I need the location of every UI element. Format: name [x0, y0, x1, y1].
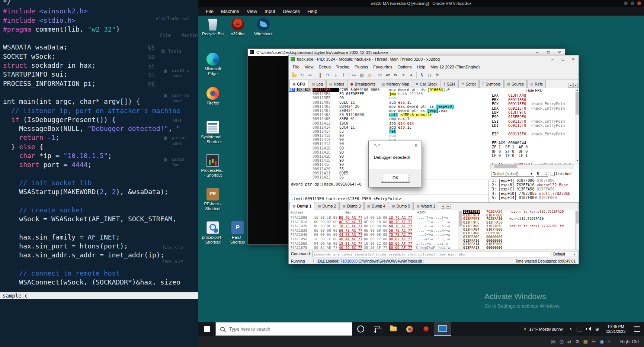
weather-widget[interactable]: ☀ 17°F Mostly sunny [519, 322, 567, 336]
registers-panel[interactable]: Hide FPU EAX013FFA48EBX00911360ECX009113… [490, 88, 579, 202]
stack-row[interactable]: 013FF9F8762EFA10kernel32.762EFA10 [462, 217, 579, 221]
stack-row[interactable]: 013FFA08CE55E9DF [462, 232, 579, 235]
x32dbg-taskbar-button[interactable] [418, 322, 434, 336]
hide-fpu-button[interactable]: Hide FPU [490, 88, 579, 93]
toolbar-button-11[interactable]: ▨ [366, 71, 374, 79]
close-button[interactable] [637, 1, 641, 5]
tab-scroll-right-icon[interactable]: ▸ [573, 83, 578, 88]
dump-row[interactable]: 77AC10200C 00 0E 0078 7E AC 7706 00 08 0… [289, 224, 458, 228]
x32dbg-menu-tracing[interactable]: Tracing [333, 64, 352, 70]
dialog-close-icon[interactable]: ✕ [410, 141, 422, 150]
tab-watch-1[interactable]: ▦Watch 1 [413, 202, 438, 210]
toolbar-button-5[interactable]: ↷ [324, 71, 332, 79]
toolbar-button-10[interactable]: ▤ [358, 71, 366, 79]
minimize-button[interactable] [624, 1, 628, 5]
stack-row[interactable]: 013FFA0077B27B5Ereturn to ntdll.77B27B5E… [462, 225, 579, 228]
maximize-button[interactable]: □ [543, 50, 554, 54]
desktop-icon-x32dbg[interactable]: x32dbg [223, 18, 252, 36]
tab-dump-2[interactable]: ▦Dump 2 [315, 202, 339, 210]
code-area[interactable]: */#include <winsock2.h>#include <stdio.h… [3, 0, 198, 287]
vbox-menu-help[interactable]: Help [304, 8, 321, 15]
vbox-menu-devices[interactable]: Devices [279, 8, 304, 15]
tab-refe[interactable]: ◎Refe [527, 80, 546, 88]
disasm-row[interactable]: ·009113FF90nop [289, 96, 489, 100]
registers-scrollbar[interactable]: ▲ ▼ [575, 88, 579, 164]
action-center-button[interactable] [630, 322, 644, 336]
tab-symbols[interactable]: ΣSymbols [479, 80, 504, 88]
x32dbg-menu-favourites[interactable]: Favourites [371, 64, 395, 70]
cortana-button[interactable] [352, 322, 369, 336]
vbox-menu-file[interactable]: File [202, 8, 217, 15]
x32dbg-menu-help[interactable]: Help [414, 64, 428, 70]
desktop-icon-sysint[interactable]: Sysinternal...- Shortcut [198, 121, 227, 144]
scroll-thumb[interactable] [576, 211, 579, 224]
toolbar-button-4[interactable]: ∥ [316, 71, 324, 79]
minimize-button[interactable]: – [547, 57, 558, 62]
toolbar-button-17[interactable]: A [407, 71, 415, 79]
taskbar-clock[interactable]: 10:45 PM 12/31/2023 [602, 322, 630, 336]
display-tray-icon[interactable] [575, 322, 584, 336]
x32dbg-menu-file[interactable]: File [290, 64, 302, 70]
disasm-row[interactable]: EIPECXEDX009113F0C705 64609100 0000mov d… [289, 88, 489, 92]
firefox-button[interactable] [401, 322, 418, 336]
tab-scroll-left-icon[interactable]: ◂ [568, 83, 573, 88]
disasm-row[interactable]: ·0091141890nop [289, 134, 489, 138]
tab-dump-1[interactable]: ▦Dump 1 [289, 202, 314, 210]
toolbar-button-1[interactable]: ↻ [298, 71, 306, 79]
dump-row[interactable]: 77AC101000 00 02 000C 5E AC 770E 00 10 0… [289, 220, 458, 224]
stack-row[interactable]: 013FFA140107F000 [462, 242, 579, 246]
x32dbg-menu-debug[interactable]: Debug [316, 64, 333, 70]
dump-row[interactable]: 77AC106084 00 A6 0018 81 AC 7710 00 12 0… [289, 241, 458, 246]
x32dbg-menu-may-12-2023-titanengine-[interactable]: May 12 2023 (TitanEngine) [428, 64, 482, 70]
desktop-icon-wireshark[interactable]: Wireshark [249, 18, 278, 36]
desktop-icon-edge[interactable]: MicrosoftEdge [198, 53, 227, 76]
disasm-row[interactable]: ·0091141219C0sbb eax,eax [289, 121, 489, 125]
toolbar-button-20[interactable]: ◎ [426, 71, 433, 79]
close-button[interactable]: ✕ [568, 57, 579, 62]
disasm-row[interactable]: ·0091140F83F8 01cmp eax,1 [289, 117, 489, 121]
vbox-menu-machine[interactable]: Machine [217, 8, 243, 15]
disasm-row[interactable]: ·009114038B4424 20mov eax,dword ptr ss:[… [289, 105, 489, 109]
stack-row[interactable]: 013FFA0C00000000 [462, 235, 579, 239]
toolbar-button-9[interactable]: ↦ [350, 71, 358, 79]
dump-row[interactable]: 77AC100016 00 18 00B0 7D AC 7714 00 16 0… [289, 215, 458, 220]
vbox-menu-input[interactable]: Input [261, 8, 279, 15]
tab-call-stack[interactable]: ≡Call Stack [413, 80, 440, 88]
close-button[interactable]: ✕ [554, 50, 565, 54]
registers-hscrollbar[interactable] [490, 164, 574, 169]
spinner-arrows-icon[interactable]: ▲▼ [545, 171, 547, 176]
toolbar-button-2[interactable]: → [306, 71, 314, 79]
desktop-icon-prochack[interactable]: ProcessHa...- Shortcut [198, 154, 227, 178]
dump-scroll-left-icon[interactable]: ◂ [441, 204, 445, 209]
scroll-up-icon[interactable]: ▲ [575, 88, 579, 93]
scroll-thumb[interactable] [576, 92, 579, 115]
tab-source[interactable]: ▤Source [504, 80, 527, 88]
maximize-button[interactable]: □ [558, 57, 568, 62]
stack-panel[interactable]: 013FF9F0762EFA29return to kernel32.762EF… [462, 210, 579, 250]
dump-row[interactable]: 77AC103006 00 08 0060 7E AC 7706 00 08 0… [289, 228, 458, 233]
stack-row[interactable]: 013FF9F0762EFA29return to kernel32.762EF… [462, 210, 579, 214]
vbox-menu-view[interactable]: View [243, 8, 261, 15]
x32dbg-titlebar[interactable]: hack.exe - PID: 3524 - Module: hack.exe … [289, 55, 579, 63]
disasm-row[interactable]: ·0091140083EC 1Csub esp,1C [289, 100, 489, 105]
stack-scrollbar[interactable] [575, 210, 579, 250]
lock-toggle[interactable]: Unlocked [551, 172, 571, 176]
tab-cpu[interactable]: ▦CPU [289, 80, 308, 88]
search-input[interactable] [228, 326, 352, 332]
toolbar-button-15[interactable]: fx [392, 71, 400, 79]
disasm-row[interactable]: ·00911407890424mov dword ptr ss:[esp],ea… [289, 109, 489, 113]
tab-dump-5[interactable]: ▦Dump 5 [389, 202, 413, 210]
command-input[interactable] [313, 251, 550, 257]
toolbar-button-16[interactable]: # [400, 71, 407, 79]
dump-row[interactable]: 77AC10501C 00 1E 0040 44 AC 7700 00 22 0… [289, 237, 458, 241]
start-button[interactable] [198, 322, 215, 336]
tray-overflow-button[interactable]: ∧ [567, 322, 575, 336]
desktop-icon-firefox[interactable]: Firefox [198, 87, 227, 106]
disasm-row[interactable]: ·00911417C3ret [289, 129, 489, 134]
active-window-button[interactable] [434, 322, 451, 336]
maximize-button[interactable] [631, 1, 634, 5]
disasm-row[interactable]: ·0091141483C4 1Cadd esp,1C [289, 125, 489, 129]
tab-notes[interactable]: ▨Notes [326, 80, 347, 88]
x32dbg-menu-view[interactable]: View [302, 64, 316, 70]
scroll-thumb[interactable] [459, 211, 462, 226]
